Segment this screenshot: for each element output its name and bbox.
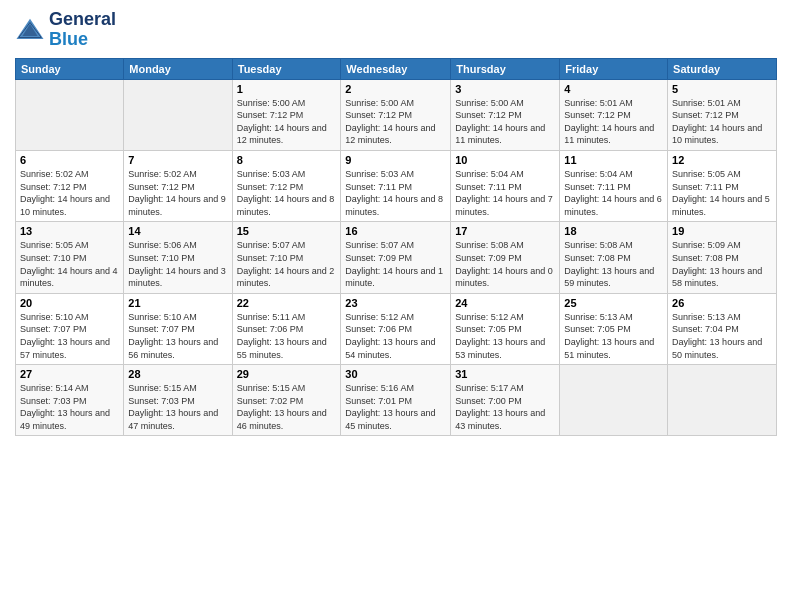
calendar-cell — [560, 365, 668, 436]
day-info: Sunrise: 5:12 AMSunset: 7:05 PMDaylight:… — [455, 311, 555, 361]
calendar-week-row: 20Sunrise: 5:10 AMSunset: 7:07 PMDayligh… — [16, 293, 777, 364]
day-info: Sunrise: 5:13 AMSunset: 7:05 PMDaylight:… — [564, 311, 663, 361]
day-number: 16 — [345, 225, 446, 237]
calendar-header: SundayMondayTuesdayWednesdayThursdayFrid… — [16, 58, 777, 79]
day-info: Sunrise: 5:07 AMSunset: 7:10 PMDaylight:… — [237, 239, 337, 289]
calendar-cell: 19Sunrise: 5:09 AMSunset: 7:08 PMDayligh… — [668, 222, 777, 293]
day-info: Sunrise: 5:01 AMSunset: 7:12 PMDaylight:… — [672, 97, 772, 147]
calendar-cell: 30Sunrise: 5:16 AMSunset: 7:01 PMDayligh… — [341, 365, 451, 436]
day-number: 4 — [564, 83, 663, 95]
weekday-header-tuesday: Tuesday — [232, 58, 341, 79]
calendar-cell: 25Sunrise: 5:13 AMSunset: 7:05 PMDayligh… — [560, 293, 668, 364]
day-number: 28 — [128, 368, 227, 380]
day-info: Sunrise: 5:10 AMSunset: 7:07 PMDaylight:… — [20, 311, 119, 361]
page: General Blue SundayMondayTuesdayWednesda… — [0, 0, 792, 612]
logo-icon — [15, 15, 45, 45]
calendar-cell — [668, 365, 777, 436]
calendar-cell: 15Sunrise: 5:07 AMSunset: 7:10 PMDayligh… — [232, 222, 341, 293]
day-number: 26 — [672, 297, 772, 309]
calendar-cell: 10Sunrise: 5:04 AMSunset: 7:11 PMDayligh… — [451, 150, 560, 221]
day-info: Sunrise: 5:13 AMSunset: 7:04 PMDaylight:… — [672, 311, 772, 361]
calendar-week-row: 1Sunrise: 5:00 AMSunset: 7:12 PMDaylight… — [16, 79, 777, 150]
calendar-cell: 31Sunrise: 5:17 AMSunset: 7:00 PMDayligh… — [451, 365, 560, 436]
weekday-header-saturday: Saturday — [668, 58, 777, 79]
day-number: 7 — [128, 154, 227, 166]
calendar-cell: 11Sunrise: 5:04 AMSunset: 7:11 PMDayligh… — [560, 150, 668, 221]
day-number: 5 — [672, 83, 772, 95]
header: General Blue — [15, 10, 777, 50]
day-number: 11 — [564, 154, 663, 166]
calendar-cell: 24Sunrise: 5:12 AMSunset: 7:05 PMDayligh… — [451, 293, 560, 364]
day-number: 9 — [345, 154, 446, 166]
day-info: Sunrise: 5:17 AMSunset: 7:00 PMDaylight:… — [455, 382, 555, 432]
day-info: Sunrise: 5:03 AMSunset: 7:11 PMDaylight:… — [345, 168, 446, 218]
calendar-cell: 13Sunrise: 5:05 AMSunset: 7:10 PMDayligh… — [16, 222, 124, 293]
calendar-table: SundayMondayTuesdayWednesdayThursdayFrid… — [15, 58, 777, 437]
day-number: 1 — [237, 83, 337, 95]
calendar-cell: 2Sunrise: 5:00 AMSunset: 7:12 PMDaylight… — [341, 79, 451, 150]
calendar-cell: 20Sunrise: 5:10 AMSunset: 7:07 PMDayligh… — [16, 293, 124, 364]
day-number: 24 — [455, 297, 555, 309]
day-number: 14 — [128, 225, 227, 237]
calendar-cell: 26Sunrise: 5:13 AMSunset: 7:04 PMDayligh… — [668, 293, 777, 364]
day-info: Sunrise: 5:11 AMSunset: 7:06 PMDaylight:… — [237, 311, 337, 361]
day-info: Sunrise: 5:08 AMSunset: 7:08 PMDaylight:… — [564, 239, 663, 289]
calendar-cell: 7Sunrise: 5:02 AMSunset: 7:12 PMDaylight… — [124, 150, 232, 221]
day-number: 17 — [455, 225, 555, 237]
day-info: Sunrise: 5:00 AMSunset: 7:12 PMDaylight:… — [237, 97, 337, 147]
day-number: 8 — [237, 154, 337, 166]
day-info: Sunrise: 5:05 AMSunset: 7:11 PMDaylight:… — [672, 168, 772, 218]
day-info: Sunrise: 5:04 AMSunset: 7:11 PMDaylight:… — [455, 168, 555, 218]
weekday-header-friday: Friday — [560, 58, 668, 79]
calendar-cell: 8Sunrise: 5:03 AMSunset: 7:12 PMDaylight… — [232, 150, 341, 221]
day-info: Sunrise: 5:02 AMSunset: 7:12 PMDaylight:… — [20, 168, 119, 218]
day-info: Sunrise: 5:00 AMSunset: 7:12 PMDaylight:… — [455, 97, 555, 147]
weekday-header-row: SundayMondayTuesdayWednesdayThursdayFrid… — [16, 58, 777, 79]
weekday-header-wednesday: Wednesday — [341, 58, 451, 79]
day-number: 31 — [455, 368, 555, 380]
day-number: 12 — [672, 154, 772, 166]
day-info: Sunrise: 5:08 AMSunset: 7:09 PMDaylight:… — [455, 239, 555, 289]
day-info: Sunrise: 5:04 AMSunset: 7:11 PMDaylight:… — [564, 168, 663, 218]
day-number: 3 — [455, 83, 555, 95]
calendar-cell: 22Sunrise: 5:11 AMSunset: 7:06 PMDayligh… — [232, 293, 341, 364]
day-number: 19 — [672, 225, 772, 237]
logo: General Blue — [15, 10, 116, 50]
day-number: 30 — [345, 368, 446, 380]
day-info: Sunrise: 5:16 AMSunset: 7:01 PMDaylight:… — [345, 382, 446, 432]
day-info: Sunrise: 5:06 AMSunset: 7:10 PMDaylight:… — [128, 239, 227, 289]
day-info: Sunrise: 5:10 AMSunset: 7:07 PMDaylight:… — [128, 311, 227, 361]
day-number: 22 — [237, 297, 337, 309]
logo-text: General Blue — [49, 10, 116, 50]
day-info: Sunrise: 5:12 AMSunset: 7:06 PMDaylight:… — [345, 311, 446, 361]
calendar-week-row: 6Sunrise: 5:02 AMSunset: 7:12 PMDaylight… — [16, 150, 777, 221]
day-info: Sunrise: 5:01 AMSunset: 7:12 PMDaylight:… — [564, 97, 663, 147]
day-info: Sunrise: 5:07 AMSunset: 7:09 PMDaylight:… — [345, 239, 446, 289]
day-number: 23 — [345, 297, 446, 309]
weekday-header-sunday: Sunday — [16, 58, 124, 79]
calendar-cell: 1Sunrise: 5:00 AMSunset: 7:12 PMDaylight… — [232, 79, 341, 150]
day-number: 13 — [20, 225, 119, 237]
calendar-body: 1Sunrise: 5:00 AMSunset: 7:12 PMDaylight… — [16, 79, 777, 436]
day-number: 2 — [345, 83, 446, 95]
calendar-cell — [16, 79, 124, 150]
calendar-cell: 27Sunrise: 5:14 AMSunset: 7:03 PMDayligh… — [16, 365, 124, 436]
day-number: 27 — [20, 368, 119, 380]
day-number: 20 — [20, 297, 119, 309]
day-info: Sunrise: 5:00 AMSunset: 7:12 PMDaylight:… — [345, 97, 446, 147]
calendar-cell — [124, 79, 232, 150]
calendar-cell: 28Sunrise: 5:15 AMSunset: 7:03 PMDayligh… — [124, 365, 232, 436]
day-info: Sunrise: 5:03 AMSunset: 7:12 PMDaylight:… — [237, 168, 337, 218]
calendar-week-row: 13Sunrise: 5:05 AMSunset: 7:10 PMDayligh… — [16, 222, 777, 293]
day-info: Sunrise: 5:09 AMSunset: 7:08 PMDaylight:… — [672, 239, 772, 289]
calendar-cell: 9Sunrise: 5:03 AMSunset: 7:11 PMDaylight… — [341, 150, 451, 221]
weekday-header-thursday: Thursday — [451, 58, 560, 79]
calendar-week-row: 27Sunrise: 5:14 AMSunset: 7:03 PMDayligh… — [16, 365, 777, 436]
day-number: 10 — [455, 154, 555, 166]
day-info: Sunrise: 5:15 AMSunset: 7:03 PMDaylight:… — [128, 382, 227, 432]
calendar-cell: 6Sunrise: 5:02 AMSunset: 7:12 PMDaylight… — [16, 150, 124, 221]
calendar-cell: 29Sunrise: 5:15 AMSunset: 7:02 PMDayligh… — [232, 365, 341, 436]
calendar-cell: 14Sunrise: 5:06 AMSunset: 7:10 PMDayligh… — [124, 222, 232, 293]
day-number: 6 — [20, 154, 119, 166]
calendar-cell: 21Sunrise: 5:10 AMSunset: 7:07 PMDayligh… — [124, 293, 232, 364]
